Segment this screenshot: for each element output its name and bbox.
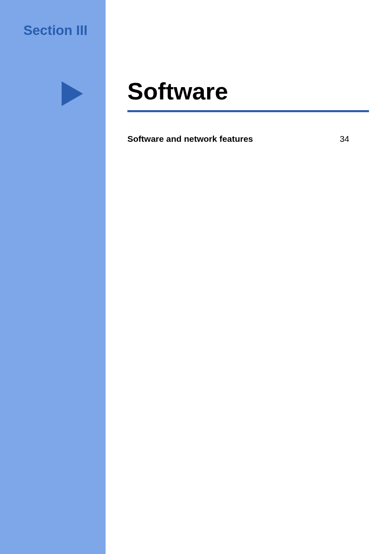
toc-item-page: 34 xyxy=(340,134,349,144)
section-label: Section III xyxy=(23,23,88,38)
sidebar-band xyxy=(0,0,106,554)
toc-item-label[interactable]: Software and network features xyxy=(127,134,253,144)
toc-row: Software and network features 34 xyxy=(127,134,349,144)
triangle-right-icon xyxy=(62,81,83,106)
title-underline xyxy=(127,110,369,112)
section-title: Software xyxy=(127,77,228,105)
